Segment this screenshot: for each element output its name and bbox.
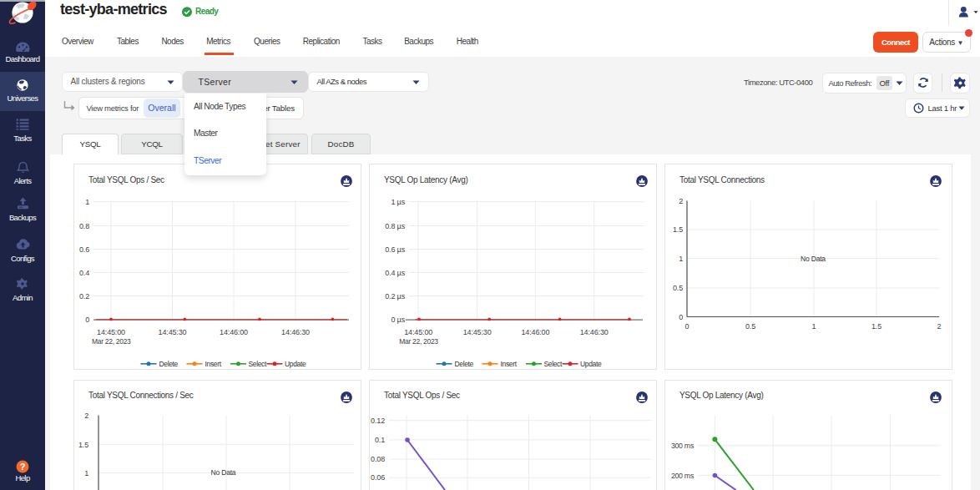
- svg-text:?: ?: [20, 462, 26, 472]
- svg-text:Ready: Ready: [195, 7, 219, 16]
